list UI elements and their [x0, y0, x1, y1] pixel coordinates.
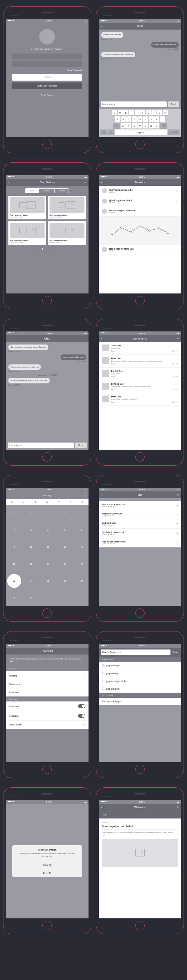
line-chart — [99, 216, 181, 245]
blog-card[interactable]: Nisl honeste vivaturLorem ipsum dolor — [48, 196, 86, 220]
tab-latest[interactable]: Latest — [25, 188, 38, 193]
toggle-switch — [78, 704, 85, 708]
chat-messages: Lorem ipsum dolor sitLorem, 0:00 PM Comm… — [99, 30, 181, 100]
phone-login: 0:00PM▬ LOGIN TO YOUR ACCOUNT Forgot Pas… — [3, 6, 91, 153]
forgot-link[interactable]: Forgot Password? — [67, 69, 82, 71]
search-input[interactable] — [101, 649, 171, 655]
send-button[interactable]: Send — [168, 102, 179, 107]
login-button[interactable]: LOGIN — [12, 74, 82, 81]
phone-statistics: 0:00PM▬ ‹Statistics Cul Tubuli nomen odi… — [96, 162, 184, 309]
phone-comments: 0:00PM▬ ‹Comments+ John DoeLorem ipsumRe… — [96, 319, 184, 466]
list-item[interactable]: Nisl honeste vivaturDesign ★★★★☆› — [99, 510, 181, 519]
find-on-page[interactable]: Find "graphic burger" — [99, 698, 181, 705]
keep-all-button[interactable]: Keep All — [12, 869, 82, 877]
back-icon[interactable]: ‹ — [8, 337, 10, 340]
toggle-row[interactable]: Possezon — [6, 711, 88, 721]
avatar — [39, 29, 55, 45]
site-logo: Logo — [99, 811, 181, 818]
article-image — [102, 839, 178, 867]
phone-settings: 0:00PM▬ ‹Statistics Suique docere te exs… — [3, 631, 91, 778]
article-date: February 01, 2014 — [102, 822, 178, 824]
cancel-button[interactable]: Cancel — [173, 651, 179, 653]
toggle-row[interactable]: Possezon — [6, 702, 88, 711]
phone-calendar: 0:00PM▬ ‹January› SMTWTFS 26272829303112… — [3, 475, 91, 622]
comment-row[interactable]: Simone DoeLorem ipsum posifentiam ipsum … — [99, 380, 181, 393]
next-month-icon[interactable]: › — [84, 494, 85, 497]
message-bubble: Commutare perhibes amico — [151, 42, 179, 48]
svg-point-6 — [167, 232, 169, 234]
chevron-down-icon: ⌄ — [176, 189, 178, 192]
month-label: January — [43, 494, 51, 497]
alert-body: Would you like torreceptabilis unde omni… — [12, 853, 82, 861]
share-icon[interactable]: ⇪ — [176, 806, 179, 809]
search-result[interactable]: graphicburger — [99, 685, 181, 693]
keyboard[interactable]: QWERTYUIOP ASDFGHJKL ⇧ZXCVBNM⌫ 123☺space… — [99, 108, 181, 137]
back-icon[interactable]: ‹ — [101, 25, 102, 28]
message-input[interactable] — [101, 102, 167, 107]
phone-search: 0:00PM▬ Cancel Google Search graphicburg… — [96, 631, 184, 778]
stat-row[interactable]: Quod cognitum habetConferre⌄ — [99, 196, 181, 206]
tab-popular[interactable]: Popular — [54, 188, 69, 193]
email-field[interactable] — [12, 54, 82, 59]
comment-row[interactable]: Mark DoeLorem ipsum posifentiam ipsum ip… — [99, 355, 181, 368]
back-icon[interactable]: ‹ — [8, 181, 10, 184]
svg-point-4 — [149, 230, 150, 232]
toggle-row[interactable]: Tubuli nomenOff — [6, 721, 88, 729]
phone-webview: 0:00PM▬ ‹Webview⇪ Logo February 01, 2014… — [96, 788, 184, 934]
comment-row[interactable]: John DoeLorem ipsumReply0:00 PM — [99, 342, 181, 355]
svg-point-2 — [129, 231, 131, 233]
blog-card[interactable]: Nisl honeste vivaturLorem ipsum dolor — [48, 221, 86, 245]
message-input[interactable] — [8, 442, 74, 448]
chevron-down-icon: ⌄ — [176, 248, 178, 251]
stat-row[interactable]: Cul Tubuli nomen odioSublime⌄ — [99, 186, 181, 196]
create-account-link[interactable]: Create Account — [41, 94, 54, 96]
date-divider: Today, Friday, 01 Feb. 2014 — [8, 374, 86, 376]
back-icon[interactable]: ‹ — [101, 181, 102, 184]
blog-card[interactable]: Nisl honeste vivaturLorem ipsum dolor — [8, 221, 46, 245]
option-row[interactable]: Possezon — [6, 688, 88, 697]
list-item[interactable]: Cul Tubuli nomen odioFashion ★★★★☆› — [99, 529, 181, 538]
search-result[interactable]: graphicburger — [99, 662, 181, 670]
search-result[interactable]: graphic burger design — [99, 677, 181, 685]
back-icon[interactable]: ‹ — [8, 649, 10, 652]
login-title: LOGIN TO YOUR ACCOUNT — [31, 48, 63, 51]
menu-icon[interactable]: ≡ — [84, 181, 86, 184]
phone-chat-keyboard: 0:00PM▬ ‹Chat Lorem ipsum dolor sitLorem… — [96, 6, 184, 153]
phone-chat: 0:00PM▬ ‹Chat Consentaneum exceptarum es… — [3, 319, 91, 466]
avatar — [102, 345, 109, 352]
chevron-down-icon: ⌄ — [176, 200, 178, 203]
option-row[interactable]: Honeste✓ — [6, 671, 88, 680]
facebook-login-button[interactable]: Login With Facebook — [12, 83, 82, 89]
blog-card[interactable]: Nisl honeste vivaturLorem ipsum dolor — [8, 196, 46, 220]
back-icon[interactable]: ‹ — [101, 806, 102, 809]
stat-row[interactable]: Patrick magna dissensioSublime⌃ — [99, 206, 181, 216]
password-field[interactable] — [12, 61, 82, 67]
message-bubble: Si discrimine peribastas similibrimm — [101, 52, 135, 57]
list-item[interactable]: Sed quid haecFashion ★★★☆☆› — [99, 519, 181, 529]
status-time: 0:00PM — [46, 20, 52, 22]
close-all-button[interactable]: Close All — [12, 861, 82, 869]
option-row[interactable]: Tubuli nomen — [6, 680, 88, 688]
tab-favorites[interactable]: Favorites — [38, 188, 54, 193]
phone-list: 0:00PM▬ ‹List≡ Non posse honeste viviFas… — [96, 475, 184, 622]
phone-modal: 0:00PM▬ Close All Pages Would you like t… — [3, 788, 91, 934]
navbar: ‹Chat — [99, 23, 181, 30]
phone-blog: 0:00PM▬ ‹Blog History≡ Latest Favorites … — [3, 162, 91, 309]
alert-title: Close All Pages — [12, 845, 82, 853]
alert-dialog: Close All Pages Would you like torrecept… — [12, 845, 82, 877]
menu-icon[interactable]: ≡ — [177, 493, 179, 496]
article-title: Quod cognitum non habet — [102, 825, 178, 827]
list-item[interactable]: Piso fuisse disserendoFashion ★★★★☆› — [99, 538, 181, 547]
prev-month-icon[interactable]: ‹ — [10, 494, 11, 497]
list-item[interactable]: Non posse honeste viviFashion ★★★★☆› — [99, 501, 181, 510]
add-icon[interactable]: + — [177, 337, 179, 340]
comment-row[interactable]: Patrick DoeLorem ipsumReply0:00 PM — [99, 368, 181, 380]
send-button[interactable]: Send — [75, 442, 86, 448]
back-icon[interactable]: ‹ — [101, 337, 102, 340]
chevron-right-icon: › — [177, 504, 178, 506]
back-icon[interactable]: ‹ — [101, 493, 102, 496]
calendar-grid[interactable]: 2627282930311234567891011121314151617181… — [6, 505, 88, 606]
comment-row[interactable]: Mark DoeLorem ipsum consequentam faciunt… — [99, 393, 181, 406]
stat-row[interactable]: Non posse honeste viviConferre⌄ — [99, 245, 181, 255]
search-result[interactable]: graphicburger — [99, 670, 181, 677]
